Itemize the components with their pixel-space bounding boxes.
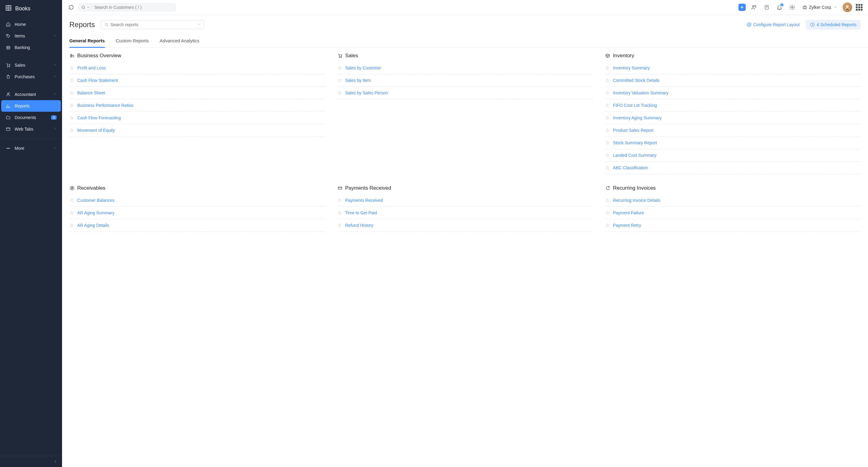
report-link[interactable]: Sales by Customer [345, 65, 381, 70]
global-search[interactable] [79, 3, 176, 11]
favorite-star-icon[interactable] [605, 165, 610, 170]
report-link[interactable]: Movement of Equity [77, 128, 115, 133]
search-scope-dropdown[interactable] [81, 5, 92, 9]
global-search-input[interactable] [94, 5, 173, 10]
tab-custom-reports[interactable]: Custom Reports [116, 34, 149, 48]
report-link[interactable]: Payments Received [345, 198, 383, 203]
settings-button[interactable] [788, 3, 797, 12]
report-link[interactable]: Refund History [345, 223, 373, 228]
report-link[interactable]: Profit and Loss [77, 65, 105, 70]
report-link[interactable]: Recurring Invoice Details [613, 198, 660, 203]
announcements-button[interactable] [762, 3, 771, 12]
favorite-star-icon[interactable] [605, 65, 610, 70]
report-link[interactable]: Inventory Valuation Summary [613, 90, 669, 95]
report-link[interactable]: AR Aging Summary [77, 210, 114, 215]
report-tabs: General ReportsCustom ReportsAdvanced An… [62, 34, 868, 48]
nav-item-purchases[interactable]: Purchases [1, 71, 61, 83]
svg-point-9 [752, 5, 754, 7]
nav-item-more[interactable]: More [1, 143, 61, 154]
svg-point-0 [7, 35, 8, 35]
org-switcher[interactable]: Zylker Corp. [801, 5, 839, 10]
sidebar-collapse-button[interactable] [51, 459, 60, 465]
report-link[interactable]: Product Sales Report [613, 128, 653, 133]
svg-rect-13 [803, 6, 806, 9]
report-link[interactable]: Customer Balances [77, 198, 114, 203]
favorite-star-icon[interactable] [605, 90, 610, 95]
report-link[interactable]: Time to Get Paid [345, 210, 377, 215]
nav-item-documents[interactable]: Documents3 [1, 112, 61, 123]
report-link[interactable]: Committed Stock Details [613, 78, 659, 83]
favorite-star-icon[interactable] [337, 65, 342, 70]
notifications-button[interactable]: 1 [775, 3, 784, 12]
quick-create-button[interactable]: + [738, 4, 746, 11]
favorite-star-icon[interactable] [69, 115, 74, 120]
nav-badge: 3 [51, 115, 57, 120]
report-link[interactable]: Sales by Item [345, 78, 371, 83]
report-row: Committed Stock Details [605, 74, 861, 87]
favorite-star-icon[interactable] [337, 223, 342, 228]
favorite-star-icon[interactable] [605, 198, 610, 203]
report-link[interactable]: Sales by Sales Person [345, 90, 388, 95]
nav-item-home[interactable]: Home [1, 19, 61, 30]
favorite-star-icon[interactable] [69, 103, 74, 108]
report-link[interactable]: Landed Cost Summary [613, 153, 656, 158]
favorite-star-icon[interactable] [69, 210, 74, 215]
svg-point-18 [339, 57, 340, 58]
column-business-overview: Business OverviewProfit and LossCash Flo… [69, 53, 325, 185]
favorite-star-icon[interactable] [69, 223, 74, 228]
report-link[interactable]: FIFO Cost Lot Tracking [613, 103, 657, 108]
report-link[interactable]: Balance Sheet [77, 90, 105, 95]
favorite-star-icon[interactable] [605, 140, 610, 145]
tab-advanced-analytics[interactable]: Advanced Analytics [160, 34, 199, 48]
report-link[interactable]: Payment Retry [613, 223, 641, 228]
favorite-star-icon[interactable] [605, 210, 610, 215]
refresh-button[interactable] [67, 4, 75, 11]
favorite-star-icon[interactable] [605, 223, 610, 228]
favorite-star-icon[interactable] [69, 65, 74, 70]
report-link[interactable]: Business Performance Ratios [77, 103, 133, 108]
favorite-star-icon[interactable] [337, 90, 342, 95]
favorite-star-icon[interactable] [337, 198, 342, 203]
report-link[interactable]: Cash Flow Forecasting [77, 115, 121, 120]
nav-item-banking[interactable]: Banking [1, 42, 61, 53]
report-search[interactable] [101, 20, 205, 29]
referrals-button[interactable] [749, 3, 758, 12]
favorite-star-icon[interactable] [605, 153, 610, 158]
report-search-dropdown[interactable] [197, 22, 201, 27]
favorite-star-icon[interactable] [69, 128, 74, 133]
nav-item-items[interactable]: Items [1, 30, 61, 42]
favorite-star-icon[interactable] [69, 90, 74, 95]
report-link[interactable]: AR Aging Details [77, 223, 109, 228]
svg-point-15 [105, 23, 107, 26]
report-link[interactable]: Cash Flow Statement [77, 78, 118, 83]
chevron-right-icon [54, 146, 57, 150]
favorite-star-icon[interactable] [605, 115, 610, 120]
favorite-star-icon[interactable] [337, 78, 342, 83]
favorite-star-icon[interactable] [337, 210, 342, 215]
nav-item-accountant[interactable]: Accountant [1, 89, 61, 100]
favorite-star-icon[interactable] [69, 78, 74, 83]
user-avatar[interactable] [842, 2, 852, 12]
report-row: Payment Retry [605, 219, 861, 232]
scheduled-reports-chip[interactable]: 4 Scheduled Reports [806, 20, 861, 30]
nav-item-sales[interactable]: Sales [1, 59, 61, 71]
favorite-star-icon[interactable] [69, 198, 74, 203]
report-search-input[interactable] [111, 22, 197, 27]
report-link[interactable]: Stock Summary Report [613, 140, 657, 145]
more-icon [5, 146, 11, 151]
sidebar: Books HomeItemsBankingSalesPurchasesAcco… [0, 0, 62, 467]
configure-report-layout-link[interactable]: Configure Report Layout [747, 22, 800, 27]
nav-item-web-tabs[interactable]: Web Tabs [1, 123, 61, 135]
app-logo[interactable]: Books [0, 0, 62, 17]
tab-general-reports[interactable]: General Reports [69, 34, 105, 48]
favorite-star-icon[interactable] [605, 128, 610, 133]
svg-point-2 [9, 66, 10, 67]
nav-item-reports[interactable]: Reports [1, 100, 61, 112]
report-link[interactable]: Inventory Summary [613, 65, 650, 70]
apps-launcher[interactable] [856, 4, 863, 11]
favorite-star-icon[interactable] [605, 78, 610, 83]
report-link[interactable]: Payment Failure [613, 210, 644, 215]
report-link[interactable]: Inventory Aging Summary [613, 115, 661, 120]
favorite-star-icon[interactable] [605, 103, 610, 108]
report-link[interactable]: ABC Classification [613, 165, 648, 170]
